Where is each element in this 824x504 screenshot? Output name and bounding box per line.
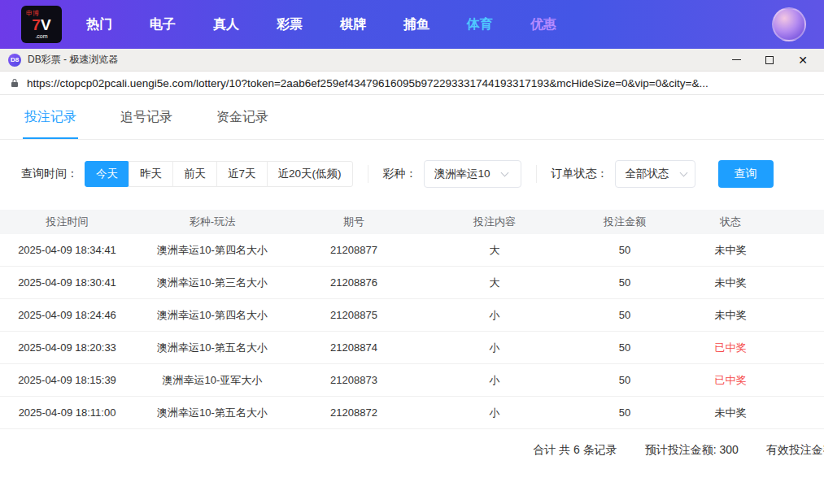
- browser-address-bar: https://ctopcp02pcali.uengi5e.com/lotter…: [0, 72, 824, 95]
- table-row: 2025-04-09 18:24:46澳洲幸运10-第四名大小21208875小…: [0, 299, 824, 332]
- game-play-cell: 澳洲幸运10-第三名大小: [134, 276, 290, 290]
- query-time-label: 查询时间：: [21, 167, 78, 181]
- close-button[interactable]: ✕: [798, 54, 808, 67]
- time-filter-last-20-days-low-freq[interactable]: 近20天(低频): [267, 161, 353, 187]
- column-header-0: 投注时间: [0, 215, 134, 229]
- game-play-cell: 澳洲幸运10-第四名大小: [134, 308, 290, 323]
- bet-time-cell: 2025-04-09 18:34:41: [0, 244, 134, 256]
- issue-number-cell: 21208874: [290, 341, 417, 354]
- close-icon: ✕: [798, 54, 808, 66]
- window-title: DB彩票 - 极速浏览器: [28, 53, 118, 67]
- browser-title-bar: D8 DB彩票 - 极速浏览器 ✕: [0, 49, 824, 72]
- logo-suffix-text: .com: [35, 33, 47, 39]
- table-row: 2025-04-09 18:20:33澳洲幸运10-第五名大小21208874小…: [0, 332, 824, 364]
- table-header-row: 投注时间彩种-玩法期号投注内容投注金额状态: [0, 210, 824, 234]
- column-header-3: 投注内容: [417, 215, 572, 229]
- time-filter-yesterday[interactable]: 昨天: [129, 161, 173, 187]
- table-row: 2025-04-09 18:15:39澳洲幸运10-亚军大小21208873小5…: [0, 364, 824, 397]
- summary-valid-amount: 有效投注金额: 300: [766, 443, 824, 458]
- bet-content-cell: 大: [417, 276, 572, 290]
- bet-amount-cell: 50: [572, 341, 678, 354]
- bet-status-cell: 未中奖: [678, 308, 783, 323]
- bet-amount-cell: 50: [572, 406, 678, 419]
- issue-number-cell: 21208872: [290, 406, 417, 419]
- bet-status-cell: 未中奖: [678, 276, 783, 290]
- nav-item-promotions[interactable]: 优惠: [530, 16, 556, 33]
- filter-bar: 查询时间： 今天昨天前天近7天近20天(低频) 彩种： 澳洲幸运10 订单状态：…: [0, 160, 824, 188]
- order-status-label: 订单状态：: [552, 167, 608, 181]
- tab-bet-records[interactable]: 投注记录: [23, 95, 78, 139]
- nav-item-sports[interactable]: 体育: [467, 16, 493, 33]
- bet-status-cell: 已中奖: [678, 373, 783, 388]
- table-row: 2025-04-09 18:11:00澳洲幸运10-第五名大小21208872小…: [0, 397, 824, 429]
- browser-favicon-icon: D8: [8, 54, 21, 67]
- page-content: 投注记录追号记录资金记录 查询时间： 今天昨天前天近7天近20天(低频) 彩种：…: [0, 95, 824, 504]
- lock-icon: [10, 77, 20, 89]
- site-navbar: 申博 7V .com 热门电子真人彩票棋牌捕鱼体育优惠: [0, 0, 824, 49]
- bet-time-cell: 2025-04-09 18:24:46: [0, 309, 134, 321]
- bet-time-cell: 2025-04-09 18:11:00: [0, 406, 134, 419]
- time-filter-today[interactable]: 今天: [85, 161, 129, 187]
- table-row: 2025-04-09 18:34:41澳洲幸运10-第四名大小21208877大…: [0, 234, 824, 267]
- bet-amount-cell: 50: [572, 374, 678, 386]
- nav-item-hot[interactable]: 热门: [86, 16, 112, 33]
- query-button[interactable]: 查询: [718, 160, 774, 188]
- minimize-button[interactable]: [732, 54, 741, 67]
- issue-number-cell: 21208876: [290, 276, 417, 289]
- bet-records-table: 投注时间彩种-玩法期号投注内容投注金额状态 2025-04-09 18:34:4…: [0, 210, 824, 429]
- bet-amount-cell: 50: [572, 276, 678, 289]
- maximize-button[interactable]: [765, 54, 774, 67]
- logo-main-text: 7V: [32, 17, 50, 33]
- site-logo[interactable]: 申博 7V .com: [21, 6, 62, 43]
- summary-total: 合计 共 6 条记录: [533, 443, 617, 458]
- game-play-cell: 澳洲幸运10-第五名大小: [134, 341, 290, 355]
- game-play-cell: 澳洲幸运10-亚军大小: [134, 373, 290, 388]
- divider: [368, 165, 368, 183]
- bet-content-cell: 小: [417, 341, 572, 355]
- bet-content-cell: 小: [417, 373, 572, 388]
- bet-status-cell: 未中奖: [678, 243, 783, 258]
- table-summary: 合计 共 6 条记录 预计投注金额: 300 有效投注金额: 300: [0, 443, 824, 458]
- nav-item-live[interactable]: 真人: [213, 16, 239, 33]
- time-filter-day-before-yesterday[interactable]: 前天: [172, 161, 217, 187]
- site-nav-items: 热门电子真人彩票棋牌捕鱼体育优惠: [86, 16, 556, 33]
- bet-content-cell: 小: [417, 406, 572, 420]
- maximize-icon: [765, 56, 774, 64]
- nav-item-fishing[interactable]: 捕鱼: [403, 16, 429, 33]
- time-filter-group: 今天昨天前天近7天近20天(低频): [85, 161, 353, 187]
- column-header-1: 彩种-玩法: [134, 215, 290, 229]
- minimize-icon: [732, 59, 741, 60]
- column-header-4: 投注金额: [572, 215, 678, 229]
- bet-amount-cell: 50: [572, 244, 678, 256]
- nav-item-lottery[interactable]: 彩票: [277, 16, 303, 33]
- table-body: 2025-04-09 18:34:41澳洲幸运10-第四名大小21208877大…: [0, 234, 824, 429]
- divider: [536, 165, 537, 183]
- tab-chase-records[interactable]: 追号记录: [119, 95, 174, 139]
- bet-status-cell: 已中奖: [678, 341, 783, 355]
- lottery-select[interactable]: 澳洲幸运10: [424, 160, 521, 188]
- issue-number-cell: 21208877: [290, 244, 417, 256]
- game-play-cell: 澳洲幸运10-第四名大小: [134, 243, 290, 258]
- chevron-down-icon: [679, 168, 687, 176]
- lottery-type-label: 彩种：: [383, 167, 417, 181]
- summary-expected-amount: 预计投注金额: 300: [645, 443, 739, 458]
- bet-content-cell: 小: [417, 308, 572, 323]
- bet-time-cell: 2025-04-09 18:20:33: [0, 341, 134, 354]
- nav-item-slots[interactable]: 电子: [150, 16, 176, 33]
- issue-number-cell: 21208873: [290, 374, 417, 386]
- bet-content-cell: 大: [417, 243, 572, 258]
- user-avatar[interactable]: [772, 7, 806, 41]
- column-header-5: 状态: [678, 215, 783, 229]
- nav-item-chess[interactable]: 棋牌: [340, 16, 366, 33]
- column-header-2: 期号: [290, 215, 417, 229]
- bet-time-cell: 2025-04-09 18:15:39: [0, 374, 134, 386]
- game-play-cell: 澳洲幸运10-第五名大小: [134, 406, 290, 420]
- records-tabs: 投注记录追号记录资金记录: [0, 95, 824, 140]
- time-filter-last-7-days[interactable]: 近7天: [216, 161, 268, 187]
- status-select[interactable]: 全部状态: [615, 160, 695, 188]
- bet-amount-cell: 50: [572, 309, 678, 321]
- bet-status-cell: 未中奖: [678, 406, 783, 420]
- url-text[interactable]: https://ctopcp02pcali.uengi5e.com/lotter…: [27, 77, 708, 89]
- status-select-value: 全部状态: [626, 167, 669, 181]
- tab-fund-records[interactable]: 资金记录: [215, 95, 270, 139]
